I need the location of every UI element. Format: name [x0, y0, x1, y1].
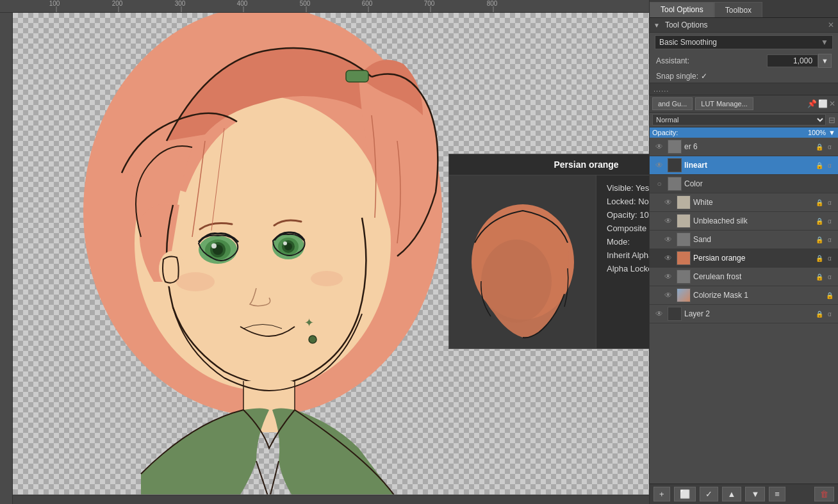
svg-text:400: 400 [237, 0, 248, 7]
lock-icon[interactable]: 🔒 [815, 143, 824, 150]
assistant-value[interactable]: 1,000 [767, 54, 818, 67]
lock-icon[interactable]: 🔒 [815, 199, 824, 206]
layer-item-unbleached-silk[interactable]: 👁 Unbleached silk 🔒 α [650, 212, 838, 231]
alpha-icon[interactable]: α [825, 311, 834, 318]
svg-text:✦: ✦ [304, 316, 314, 329]
panel-pin-icon[interactable]: 📌 [807, 99, 817, 108]
panel-close-icon[interactable]: ✕ [828, 20, 834, 29]
layer-item-cerulean-frost[interactable]: 👁 Cerulean frost 🔒 α [650, 268, 838, 286]
tool-options-panel: ▼ Tool Options ✕ Basic Smoothing ▼ Assis… [650, 18, 838, 83]
move-up-button[interactable]: ▲ [722, 487, 742, 501]
layer-item-colorize-mask[interactable]: 👁 Colorize Mask 1 🔒 [650, 286, 838, 305]
tool-options-header: ▼ Tool Options ✕ [650, 18, 838, 33]
smoothing-row: Basic Smoothing ▼ [650, 33, 838, 52]
layer-thumbnail [677, 251, 691, 265]
layer-item[interactable]: 👁 er 6 🔒 α [650, 138, 838, 156]
lut-manage-button[interactable]: LUT Manage... [695, 97, 753, 110]
svg-text:600: 600 [362, 0, 373, 7]
lock-icon[interactable]: 🔒 [825, 292, 834, 299]
layer-item-layer2[interactable]: 👁 Layer 2 🔒 α [650, 305, 838, 323]
smoothing-select[interactable]: Basic Smoothing ▼ [655, 35, 833, 49]
alpha-icon[interactable]: α [825, 162, 834, 169]
opacity-row: Opacity: 100% ▼ [650, 127, 838, 138]
layer-item-persian-orange[interactable]: 👁 Persian orange 🔒 α [650, 249, 838, 268]
opacity-arrow[interactable]: ▼ [828, 129, 835, 136]
svg-text:100: 100 [49, 0, 60, 7]
layer-visibility-icon[interactable]: 👁 [662, 271, 674, 282]
tooltip-mode: Mode: [607, 237, 649, 247]
svg-text:700: 700 [424, 0, 435, 7]
snap-single-value[interactable]: ✓ [701, 72, 707, 81]
layer-visibility-icon[interactable]: 👁 [662, 197, 674, 208]
layer-thumbnail [668, 158, 682, 172]
panel-expand-icon[interactable]: ⬜ [818, 99, 828, 108]
layer-visibility-icon[interactable]: ○ [653, 178, 665, 190]
layer-visibility-icon[interactable]: 👁 [653, 141, 665, 152]
flatten-button[interactable]: ≡ [769, 487, 785, 501]
panel-close-layers-icon[interactable]: ✕ [829, 99, 835, 108]
collapse-icon[interactable]: ▼ [653, 22, 660, 29]
alpha-icon[interactable]: α [825, 199, 834, 206]
tooltip-alpha-locked: Alpha Locked: Yes [607, 264, 649, 273]
alpha-icon[interactable]: α [825, 236, 834, 243]
tab-tool-options[interactable]: Tool Options [650, 2, 714, 17]
filter-icon[interactable]: ⊟ [828, 115, 835, 125]
and-gu-button[interactable]: and Gu... [652, 97, 693, 110]
tool-options-title: Tool Options [665, 20, 708, 29]
layer-name: Layer 2 [684, 309, 812, 318]
layer-visibility-icon[interactable]: 👁 [662, 215, 674, 227]
opacity-label: Opacity: [652, 129, 805, 136]
alpha-icon[interactable]: α [825, 143, 834, 150]
svg-point-34 [176, 272, 215, 291]
add-layer-button[interactable]: + [653, 487, 670, 501]
snap-single-row: Snap single: ✓ [650, 70, 838, 83]
snap-single-label: Snap single: [656, 72, 698, 81]
merge-layer-button[interactable]: ✓ [700, 487, 718, 501]
layer-item-lineart[interactable]: 👁 lineart 🔒 α [650, 156, 838, 175]
layer-item-white[interactable]: 👁 White 🔒 α [650, 193, 838, 212]
lock-icon[interactable]: 🔒 [815, 255, 824, 262]
lock-icon[interactable]: 🔒 [815, 162, 824, 169]
horizontal-scrollbar[interactable] [13, 495, 649, 504]
blend-mode-select[interactable]: Normal [652, 114, 826, 126]
lock-icon[interactable]: 🔒 [815, 273, 824, 280]
layer-thumbnail [668, 177, 682, 191]
layer-name: Colorize Mask 1 [693, 291, 823, 300]
layer-thumbnail [677, 214, 691, 228]
layers-sub-tools: and Gu... LUT Manage... 📌 ⬜ ✕ [650, 95, 838, 113]
layer-thumbnail [677, 288, 691, 302]
layer-item-sand[interactable]: 👁 Sand 🔒 α [650, 231, 838, 249]
svg-point-35 [311, 271, 343, 286]
alpha-icon[interactable]: α [825, 255, 834, 262]
tooltip-opacity: Opacity: 100% [607, 210, 649, 220]
alpha-icon[interactable]: α [825, 273, 834, 280]
svg-point-31 [309, 336, 316, 343]
assistant-label: Assistant: [656, 56, 767, 65]
svg-text:800: 800 [487, 0, 498, 7]
tooltip-thumbnail [449, 175, 596, 348]
layer-item-color[interactable]: ○ Color [650, 175, 838, 193]
layer-visibility-icon[interactable]: 👁 [662, 234, 674, 245]
ruler-left [0, 13, 13, 504]
delete-layer-button[interactable]: 🗑 [814, 487, 834, 501]
svg-rect-0 [0, 0, 649, 13]
lock-icon[interactable]: 🔒 [815, 218, 824, 225]
tab-toolbox[interactable]: Toolbox [714, 2, 762, 17]
group-layer-button[interactable]: ⬜ [674, 487, 696, 501]
layer-visibility-icon[interactable]: 👁 [653, 308, 665, 320]
move-down-button[interactable]: ▼ [745, 487, 765, 501]
layer-thumbnail [677, 270, 691, 284]
opacity-value: 100% [808, 129, 826, 136]
alpha-icon[interactable]: α [825, 218, 834, 225]
layer-visibility-icon[interactable]: 👁 [662, 252, 674, 264]
lock-icon[interactable]: 🔒 [815, 236, 824, 243]
layers-panel: ...... and Gu... LUT Manage... 📌 ⬜ ✕ Nor… [650, 83, 838, 504]
tooltip-locked: Locked: No [607, 197, 649, 206]
lock-icon[interactable]: 🔒 [815, 311, 824, 318]
assistant-stepper[interactable]: ▼ [818, 54, 832, 68]
layer-visibility-icon[interactable]: 👁 [653, 159, 665, 171]
layer-name: er 6 [684, 142, 812, 151]
layer-thumbnail [677, 232, 691, 247]
layer-visibility-icon[interactable]: 👁 [662, 289, 674, 301]
layer-name: Color [684, 179, 834, 188]
